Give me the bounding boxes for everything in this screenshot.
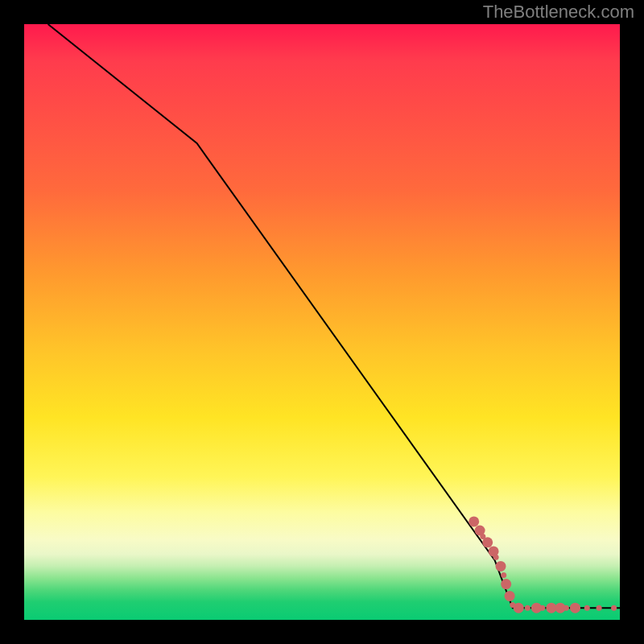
chart-overlay [24, 24, 620, 620]
marker-dot [469, 516, 479, 526]
marker-dot [496, 561, 506, 572]
chart-frame: TheBottleneck.com [0, 0, 644, 644]
marker-dot [546, 603, 556, 613]
marker-dot [570, 603, 580, 613]
marker-dot [611, 605, 617, 611]
plot-area [24, 24, 620, 620]
marker-dot [514, 603, 524, 613]
marker-dot [501, 579, 511, 589]
curve-line [48, 24, 620, 608]
marker-dot [493, 555, 499, 560]
marker-dot [584, 605, 590, 611]
marker-dot [597, 605, 602, 611]
marker-dot [564, 605, 569, 611]
marker-group [469, 516, 617, 613]
marker-dot [539, 605, 545, 611]
watermark-text: TheBottleneck.com [483, 2, 634, 23]
marker-dot [505, 591, 515, 601]
marker-dot [482, 537, 493, 547]
marker-dot [525, 605, 530, 611]
marker-dot [501, 572, 506, 578]
